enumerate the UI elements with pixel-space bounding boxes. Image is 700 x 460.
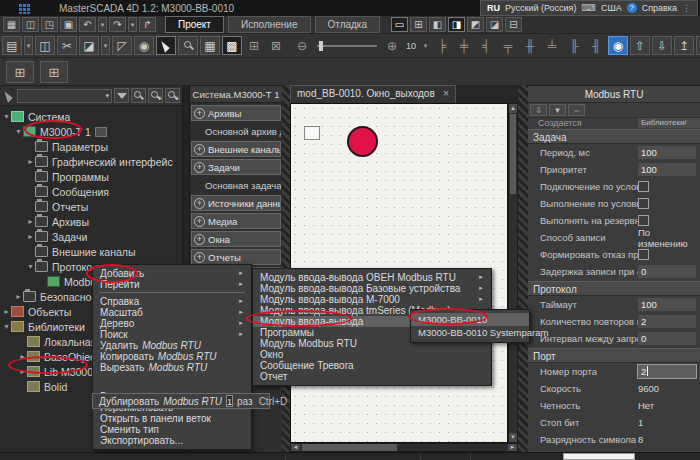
section-protocol[interactable]: Протокол (528, 281, 700, 296)
redo-dropdown[interactable]: ▾ (128, 17, 137, 32)
menu-item-add[interactable]: Добавить► (93, 268, 251, 279)
expander-icon[interactable]: ▼ (26, 263, 35, 270)
grid-major-button[interactable]: ⊠ (266, 36, 286, 55)
menu-item-cut[interactable]: ВырезатьModbus RTU (93, 362, 251, 373)
tree-item-m3000[interactable]: ▼M3000-Т 1 (0, 124, 182, 139)
section-port[interactable]: Порт (528, 348, 700, 363)
menu-item-duplicate[interactable]: Дублировать Modbus RTU 1 раз Ctrl+D (92, 393, 270, 409)
submenu-item-m3000-bb-0010[interactable]: M3000-BB-0010 (411, 313, 529, 326)
expander-icon[interactable]: ► (2, 308, 11, 315)
connect-condition-checkbox[interactable] (638, 181, 649, 192)
submenu-item-alarm-message[interactable]: Сообщение Тревога (253, 360, 491, 371)
bring-front-button[interactable]: ⇧ (630, 36, 650, 55)
tree-item-programs[interactable]: Программы (0, 169, 182, 184)
align-middle-button[interactable]: ╫ (520, 36, 540, 55)
panel-config-button[interactable]: ▦ (3, 17, 20, 32)
menu-item-scale[interactable]: Масштаб► (93, 307, 251, 318)
send-back-button[interactable]: ⇩ (652, 36, 672, 55)
panel-bottom-button[interactable]: ◪ (486, 17, 503, 32)
paste-button[interactable]: ▤ (2, 36, 22, 55)
tree-item-system[interactable]: ▼Система (0, 109, 182, 124)
databits-value[interactable]: 8 (638, 434, 643, 445)
baudrate-value[interactable]: 9600 (638, 383, 659, 394)
expander-icon[interactable]: ► (26, 218, 35, 225)
zoom-out-button[interactable]: ⊖ (292, 36, 312, 55)
tree-item-messages[interactable]: Сообщения (0, 184, 182, 199)
zoom-dropdown[interactable]: ▾ (421, 36, 430, 55)
period-input[interactable]: 100 (638, 146, 696, 159)
duplicate-count-input[interactable]: 1 (226, 395, 233, 407)
dock-button[interactable]: ⊟ (505, 17, 522, 32)
zoom-tool-button[interactable] (178, 36, 198, 55)
save-button[interactable]: ▣ (60, 17, 77, 32)
keyboard-layout-label[interactable]: США (601, 3, 622, 13)
submenu-item-oven-modbus[interactable]: Модуль ввода-вывода ОВЕН Modbus RTU► (253, 272, 491, 283)
canvas-square-shape[interactable] (304, 126, 320, 140)
zoom-slider-thumb[interactable] (319, 41, 323, 51)
menu-item-copy[interactable]: КопироватьModbus RTU (93, 351, 251, 362)
project-button[interactable]: ◫ (22, 17, 39, 32)
zoom-in-button[interactable]: ⊕ (382, 36, 402, 55)
structure-tree-button[interactable]: ⊞ (410, 17, 427, 32)
duplicate-dropdown[interactable]: ▾ (101, 36, 110, 55)
hscroll-thumb[interactable] (302, 444, 397, 451)
document-tab[interactable]: mod_BB-0010. Окно_выходов × (290, 85, 456, 103)
zoom-slider[interactable] (317, 45, 377, 47)
canvas-hscrollbar[interactable]: ◄ ► (290, 443, 518, 452)
tree-pointer-button[interactable] (2, 88, 15, 103)
tree-item-reports[interactable]: Отчеты (0, 199, 182, 214)
undo-button[interactable]: ↶ (79, 17, 96, 32)
menu-item-change-type[interactable]: Сменить тип (93, 424, 251, 435)
tree-item-external-channels[interactable]: Внешние каналы (0, 244, 182, 259)
parity-value[interactable]: Нет (638, 400, 654, 411)
expander-icon[interactable]: ► (18, 368, 27, 375)
scroll-right-icon[interactable]: ► (508, 444, 517, 451)
priority-input[interactable]: 100 (638, 163, 696, 176)
port-number-input[interactable]: 2 (638, 365, 696, 378)
tab-project[interactable]: Проект (165, 16, 224, 33)
panel-top-button[interactable]: ◩ (467, 17, 484, 32)
import-branch-button[interactable]: ↱ (139, 17, 156, 32)
frame-tool-button[interactable]: ▭ (391, 17, 408, 32)
fail-flag-checkbox[interactable] (638, 249, 649, 260)
structure-row-data-sources[interactable]: +Источники данных (191, 195, 281, 211)
props-filter-button[interactable]: ▼ (549, 104, 566, 116)
cut-button[interactable]: ✂ (57, 36, 77, 55)
filter-button[interactable] (114, 88, 129, 103)
retries-input[interactable]: 2 (638, 315, 696, 328)
expander-icon[interactable]: ▼ (14, 128, 23, 135)
search-next-button[interactable]: + (148, 88, 163, 103)
menu-item-tree[interactable]: Дерево► (93, 318, 251, 329)
help-link[interactable]: Справка (642, 3, 677, 13)
menu-item-search[interactable]: Поиск► (93, 329, 251, 340)
undo-dropdown[interactable]: ▾ (98, 17, 107, 32)
expander-icon[interactable]: ► (26, 233, 35, 240)
tree-item-archives[interactable]: ►Архивы (0, 214, 182, 229)
expander-icon[interactable]: ▼ (2, 323, 11, 330)
duplicate-button[interactable]: ◪ (79, 36, 99, 55)
grid-minor-button[interactable]: ⊞ (244, 36, 264, 55)
expand-plus-icon[interactable]: + (194, 108, 205, 119)
write-mode-value[interactable]: По изменению (638, 227, 700, 249)
scroll-up-icon[interactable]: ▲ (509, 104, 517, 113)
align-center-button[interactable]: ╪ (454, 36, 474, 55)
menu-item-export[interactable]: Экспортировать... (93, 435, 251, 446)
submenu-item-m7000[interactable]: Модуль ввода-вывода М-7000► (253, 294, 491, 305)
structure-row-tasks[interactable]: +Задачи (191, 159, 281, 175)
tree-item-parameters[interactable]: Параметры (0, 139, 182, 154)
menu-item-delete[interactable]: УдалитьModbus RTU (93, 340, 251, 351)
language-label[interactable]: Русский (Россия) (505, 3, 576, 13)
expander-icon[interactable]: ► (14, 293, 23, 300)
preview-button[interactable]: ◉ (608, 36, 628, 55)
submenu-item-report[interactable]: Отчет (253, 371, 491, 382)
add-element-button[interactable]: ⊞ (6, 61, 34, 83)
grid-snap-button[interactable]: ▩ (222, 36, 242, 55)
structure-row-windows[interactable]: +Окна (191, 231, 281, 247)
bring-forward-button[interactable]: ↥ (674, 36, 694, 55)
drag-handle-icon[interactable] (95, 127, 107, 137)
expand-plus-icon[interactable]: + (194, 216, 205, 227)
canvas-circle-shape[interactable] (347, 126, 378, 157)
tab-debug[interactable]: Отладка (315, 16, 381, 33)
copy-button[interactable]: ◫ (35, 36, 55, 55)
expander-icon[interactable]: ▼ (2, 113, 11, 120)
